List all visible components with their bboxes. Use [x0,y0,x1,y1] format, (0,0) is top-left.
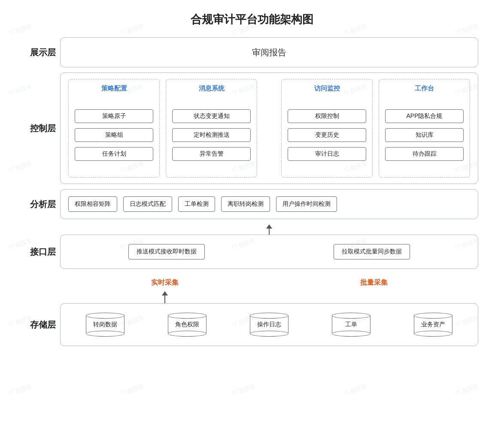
interface-layer-content: 推送模式接收即时数据 拉取模式批量同步数据 [60,235,478,269]
control-group-message: 消息系统 状态变更通知 定时检测推送 异常告警 [166,79,257,178]
storage-layer-label: 存储层 [26,303,60,346]
message-item-2: 异常告警 [172,147,251,161]
workbench-group-title: 工作台 [385,84,464,93]
control-group-access: 访问监控 权限控制 变更历史 审计日志 [281,79,373,178]
access-item-2: 审计日志 [288,147,366,161]
analysis-item-0: 权限相容矩阵 [68,196,117,212]
storage-item-3: 工单 [332,313,370,337]
interface-layer-label: 接口层 [26,235,60,269]
realtime-label: 实时采集 [151,278,179,287]
policy-item-0: 策略原子 [75,109,153,123]
access-item-1: 变更历史 [288,128,366,142]
storage-layer-content: 转岗数据 角色权限 操作日志 工单 业务资产 [60,303,478,346]
analysis-item-4: 用户操作时间检测 [276,196,337,212]
analysis-item-3: 离职转岗检测 [221,196,270,212]
analysis-layer-label: 分析层 [26,189,60,219]
display-layer-row: 展示层 审阅报告 [26,37,478,67]
policy-group-title: 策略配置 [75,84,153,93]
display-layer-content: 审阅报告 [60,37,478,67]
message-group-title: 消息系统 [172,84,251,93]
analysis-item-1: 日志模式匹配 [123,196,172,212]
control-group-policy: 策略配置 策略原子 策略组 任务计划 [68,79,160,178]
storage-item-4: 业务资产 [414,313,452,337]
interface-item-1: 拉取模式批量同步数据 [334,244,410,259]
interface-layer-row: 接口层 推送模式接收即时数据 拉取模式批量同步数据 [26,235,478,269]
message-item-1: 定时检测推送 [172,128,251,142]
workbench-item-0: APP隐私合规 [385,109,464,123]
analysis-layer-content: 权限相容矩阵 日志模式匹配 工单检测 离职转岗检测 用户操作时间检测 [60,189,478,219]
control-layer-content: 策略配置 策略原子 策略组 任务计划 消息系统 状态变更通知 定时检测推送 异常… [60,72,478,184]
control-group-workbench: 工作台 APP隐私合规 知识库 待办跟踪 [379,79,470,178]
interface-item-0: 推送模式接收即时数据 [128,244,205,259]
storage-item-2: 操作日志 [250,313,288,337]
message-item-0: 状态变更通知 [172,109,251,123]
control-layer-label: 控制层 [26,72,60,184]
analysis-item-2: 工单检测 [178,196,215,212]
access-item-0: 权限控制 [288,109,366,123]
policy-item-1: 策略组 [75,128,153,142]
display-layer-label: 展示层 [26,37,60,67]
access-group-title: 访问监控 [288,84,366,93]
storage-item-1: 角色权限 [168,313,206,337]
storage-layer-row: 存储层 转岗数据 角色权限 操作日志 工单 [26,303,478,346]
policy-item-2: 任务计划 [75,147,153,161]
display-layer-text: 审阅报告 [252,47,286,58]
workbench-item-1: 知识库 [385,128,464,142]
workbench-item-2: 待办跟踪 [385,147,464,161]
control-layer-row: 控制层 策略配置 策略原子 策略组 任务计划 消息系统 状态变更通知 定时检测推… [26,72,478,184]
page-title: 合规审计平台功能架构图 [0,0,504,37]
storage-item-0: 转岗数据 [86,313,124,337]
batch-label: 批量采集 [360,278,388,287]
analysis-layer-row: 分析层 权限相容矩阵 日志模式匹配 工单检测 离职转岗检测 用户操作时间检测 [26,189,478,219]
